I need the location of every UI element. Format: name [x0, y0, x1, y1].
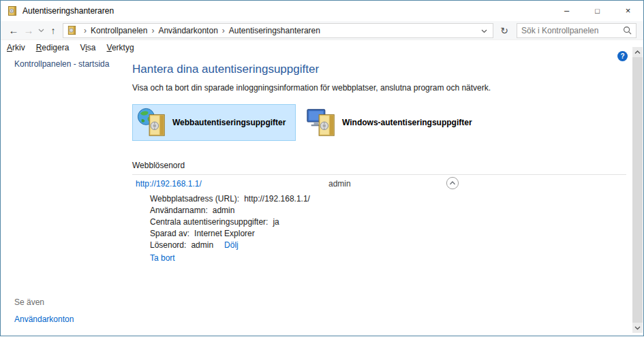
hide-password-link[interactable]: Dölj: [224, 241, 239, 250]
title-bar: Autentiseringshanteraren – □ ×: [1, 1, 643, 21]
credential-username: admin: [328, 179, 351, 189]
history-dropdown-icon[interactable]: [36, 29, 46, 33]
page-subtitle: Visa och ta bort din sparade inloggnings…: [132, 83, 643, 93]
minimize-button[interactable]: –: [551, 1, 582, 20]
remove-credential-link[interactable]: Ta bort: [150, 253, 175, 263]
menu-bar: Arkiv Redigera Visa Verktyg: [1, 40, 643, 54]
tile-web-credentials-label: Webbautentiseringsuppgifter: [172, 118, 286, 127]
detail-roaming: Centrala autentiseringsuppgifter: ja: [150, 218, 643, 227]
maximize-button[interactable]: □: [582, 1, 613, 20]
tile-windows-credentials[interactable]: Windows-autentiseringsuppgifter: [302, 104, 474, 141]
page-title: Hantera dina autentiseringsuppgifter: [132, 63, 643, 76]
breadcrumb-credential-manager[interactable]: Autentiseringshanteraren: [229, 26, 320, 35]
close-button[interactable]: ×: [613, 1, 643, 20]
search-box[interactable]: [517, 23, 637, 38]
see-also-label: Se även: [14, 297, 74, 307]
menu-arkiv[interactable]: Arkiv: [1, 42, 31, 54]
window-title: Autentiseringshanteraren: [22, 6, 114, 16]
vertical-scrollbar[interactable]: [632, 47, 643, 333]
address-bar: ← → ↑ › Kontrollpanelen › Användarkonton…: [1, 21, 643, 40]
scroll-up-icon[interactable]: [632, 47, 643, 57]
credential-url: http://192.168.1.1/: [136, 179, 328, 189]
search-icon[interactable]: [623, 26, 632, 35]
sidebar: Kontrollpanelen - startsida Se även Anvä…: [1, 54, 128, 335]
detail-username: Användarnamn: admin: [150, 206, 643, 215]
collapse-chevron-icon[interactable]: [446, 176, 459, 190]
refresh-button[interactable]: ↻: [496, 25, 512, 36]
breadcrumb[interactable]: › Kontrollpanelen › Användarkonton › Aut…: [63, 23, 493, 38]
section-web-passwords: Webblösenord: [132, 161, 643, 170]
scrollbar-thumb[interactable]: [632, 57, 643, 323]
menu-verktyg[interactable]: Verktyg: [102, 42, 140, 54]
credential-details: Webbplatsadress (URL): http://192.168.1.…: [150, 195, 643, 263]
breadcrumb-separator: ›: [80, 26, 91, 35]
detail-saved-by: Sparad av: Internet Explorer: [150, 229, 643, 238]
scroll-down-icon[interactable]: [632, 323, 643, 333]
windows-credentials-icon: [306, 107, 337, 138]
credential-row[interactable]: http://192.168.1.1/ admin: [132, 175, 643, 192]
forward-button[interactable]: →: [21, 23, 36, 38]
detail-password: Lösenord: admin Dölj: [150, 241, 643, 250]
up-button[interactable]: ↑: [46, 23, 61, 38]
tile-windows-credentials-label: Windows-autentiseringsuppgifter: [342, 118, 472, 127]
credential-manager-icon: [7, 5, 18, 16]
sidebar-item-control-panel-home[interactable]: Kontrollpanelen - startsida: [14, 59, 128, 69]
credential-manager-window: Autentiseringshanteraren – □ × ← → ↑ › K…: [0, 0, 644, 336]
help-icon[interactable]: ?: [617, 51, 628, 61]
detail-url: Webbplatsadress (URL): http://192.168.1.…: [150, 195, 643, 204]
search-input[interactable]: [521, 26, 623, 35]
tile-web-credentials[interactable]: Webbautentiseringsuppgifter: [132, 104, 296, 141]
breadcrumb-separator: ›: [218, 26, 229, 35]
web-credentials-icon: [136, 107, 168, 138]
menu-visa[interactable]: Visa: [74, 42, 101, 54]
breadcrumb-location-icon: [67, 25, 77, 35]
menu-redigera[interactable]: Redigera: [31, 42, 75, 54]
back-button[interactable]: ←: [6, 23, 21, 38]
main-content: ? Hantera dina autentiseringsuppgifter V…: [128, 54, 643, 335]
sidebar-item-user-accounts[interactable]: Användarkonton: [14, 314, 74, 324]
breadcrumb-user-accounts[interactable]: Användarkonton: [158, 26, 217, 35]
breadcrumb-separator: ›: [147, 26, 158, 35]
address-dropdown-icon[interactable]: [478, 26, 490, 35]
breadcrumb-control-panel[interactable]: Kontrollpanelen: [91, 26, 147, 35]
